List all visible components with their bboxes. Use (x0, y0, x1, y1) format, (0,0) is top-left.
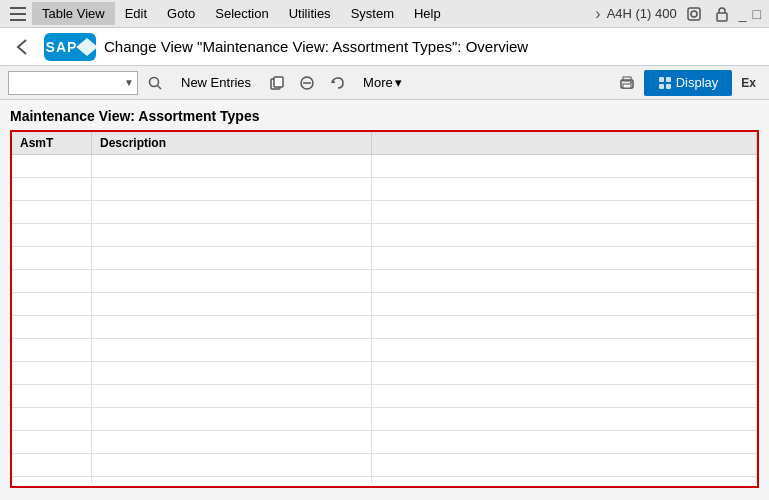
cell-rest (372, 454, 757, 476)
svg-rect-18 (659, 84, 664, 89)
cell-asmt (12, 362, 92, 384)
cell-description (92, 293, 372, 315)
cell-rest (372, 408, 757, 430)
delete-button[interactable] (294, 70, 320, 96)
cell-rest (372, 293, 757, 315)
hamburger-menu[interactable] (4, 0, 32, 28)
table-row[interactable] (12, 477, 757, 483)
cell-rest (372, 477, 757, 483)
display-label: Display (676, 75, 719, 90)
copy-button[interactable] (264, 70, 290, 96)
table-row[interactable] (12, 316, 757, 339)
search-button[interactable] (142, 70, 168, 96)
minimize-icon[interactable]: _ (739, 6, 747, 22)
table-row[interactable] (12, 201, 757, 224)
new-entries-button[interactable]: New Entries (172, 70, 260, 96)
system-info: A4H (1) 400 (607, 6, 677, 21)
cell-asmt (12, 408, 92, 430)
svg-rect-5 (717, 13, 727, 21)
menu-bar-right: › A4H (1) 400 _ □ (595, 3, 765, 25)
table-row[interactable] (12, 247, 757, 270)
table-row[interactable] (12, 224, 757, 247)
column-header-rest (372, 132, 757, 154)
table-row[interactable] (12, 362, 757, 385)
column-header-description: Description (92, 132, 372, 154)
cell-asmt (12, 155, 92, 177)
menu-item-edit[interactable]: Edit (115, 2, 157, 25)
cell-description (92, 339, 372, 361)
svg-rect-17 (666, 77, 671, 82)
toolbar: ▼ New Entries More ▾ (0, 66, 769, 100)
cell-description (92, 155, 372, 177)
menu-item-goto[interactable]: Goto (157, 2, 205, 25)
print-button[interactable] (614, 70, 640, 96)
record-icon[interactable] (683, 3, 705, 25)
cell-description (92, 224, 372, 246)
table-row[interactable] (12, 339, 757, 362)
table-row[interactable] (12, 385, 757, 408)
cell-description (92, 362, 372, 384)
menu-bar: Table View Edit Goto Selection Utilities… (0, 0, 769, 28)
cell-asmt (12, 431, 92, 453)
undo-button[interactable] (324, 70, 350, 96)
menu-item-system[interactable]: System (341, 2, 404, 25)
table-row[interactable] (12, 155, 757, 178)
svg-rect-19 (666, 84, 671, 89)
menu-item-selection[interactable]: Selection (205, 2, 278, 25)
table-container: AsmT Description (10, 130, 759, 488)
new-entries-label: New Entries (181, 75, 251, 90)
table-body[interactable] (12, 155, 757, 483)
svg-rect-2 (10, 19, 26, 21)
content-area: Maintenance View: Assortment Types AsmT … (0, 100, 769, 500)
cell-description (92, 431, 372, 453)
svg-rect-16 (659, 77, 664, 82)
table-row[interactable] (12, 270, 757, 293)
menu-item-table-view[interactable]: Table View (32, 2, 115, 25)
toolbar-select[interactable] (8, 71, 138, 95)
svg-rect-13 (623, 84, 631, 88)
cell-rest (372, 247, 757, 269)
cell-rest (372, 178, 757, 200)
svg-point-15 (630, 81, 632, 83)
back-button[interactable] (8, 33, 36, 61)
cell-asmt (12, 477, 92, 483)
table-row[interactable] (12, 408, 757, 431)
menu-item-utilities[interactable]: Utilities (279, 2, 341, 25)
more-button[interactable]: More ▾ (354, 70, 411, 96)
exit-button[interactable]: Ex (736, 70, 761, 96)
table-row[interactable] (12, 293, 757, 316)
cell-asmt (12, 247, 92, 269)
table-row[interactable] (12, 454, 757, 477)
lock-icon[interactable] (711, 3, 733, 25)
page-title: Change View "Maintenance View: Assortmen… (104, 38, 528, 55)
table-row[interactable] (12, 178, 757, 201)
sap-logo: SAP (44, 33, 96, 61)
cell-rest (372, 224, 757, 246)
cell-rest (372, 385, 757, 407)
column-header-asmt: AsmT (12, 132, 92, 154)
cell-description (92, 385, 372, 407)
cell-description (92, 178, 372, 200)
maximize-icon[interactable]: □ (753, 6, 761, 22)
menu-bar-arrow[interactable]: › (595, 5, 600, 23)
svg-rect-0 (10, 7, 26, 9)
title-bar: SAP Change View "Maintenance View: Assor… (0, 28, 769, 66)
cell-rest (372, 270, 757, 292)
cell-description (92, 247, 372, 269)
toolbar-select-wrapper: ▼ (8, 71, 138, 95)
cell-rest (372, 201, 757, 223)
more-arrow-icon: ▾ (395, 75, 402, 90)
svg-point-6 (150, 77, 159, 86)
cell-description (92, 477, 372, 483)
svg-rect-9 (274, 77, 283, 87)
cell-description (92, 454, 372, 476)
svg-point-4 (691, 11, 697, 17)
cell-asmt (12, 224, 92, 246)
cell-description (92, 408, 372, 430)
cell-rest (372, 339, 757, 361)
table-row[interactable] (12, 431, 757, 454)
cell-description (92, 201, 372, 223)
cell-asmt (12, 385, 92, 407)
menu-item-help[interactable]: Help (404, 2, 451, 25)
display-button[interactable]: Display (644, 70, 733, 96)
